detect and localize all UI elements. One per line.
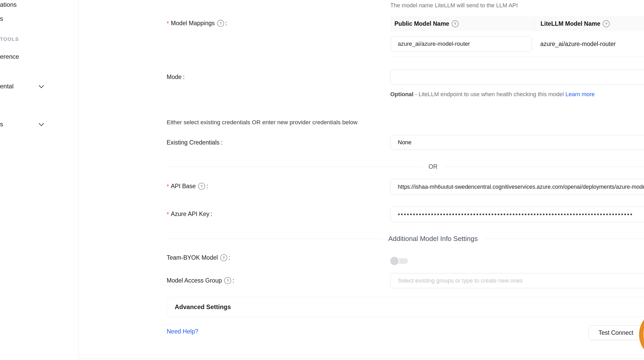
api-base-label: * API Base ? :	[167, 183, 208, 190]
chevron-down-icon[interactable]	[39, 83, 44, 88]
label-text: API Base	[171, 183, 196, 190]
label-colon: :	[232, 277, 234, 284]
label-text: Existing Credentials	[167, 139, 219, 146]
existing-credentials-label: Existing Credentials :	[167, 139, 223, 146]
label-colon: :	[221, 139, 222, 146]
mode-help-body: - LiteLLM endpoint to use when health ch…	[413, 91, 565, 97]
label-text: Model Mappings	[171, 20, 215, 27]
toggle-knob	[390, 257, 399, 265]
advanced-settings-title: Advanced Settings	[175, 303, 231, 311]
or-divider-text: OR	[423, 163, 443, 170]
label-text: Model Access Group	[167, 277, 222, 284]
sidebar-item[interactable]: s	[0, 121, 3, 128]
optional-tag: Optional	[390, 91, 413, 97]
or-divider: OR	[167, 163, 644, 170]
sidebar-item[interactable]: ental	[0, 83, 14, 90]
learn-more-link[interactable]: Learn more	[565, 91, 595, 97]
api-base-input[interactable]: https://ishaa-mh6uutut-swedencentral.cog…	[390, 179, 644, 195]
team-byok-label: Team-BYOK Model ? :	[167, 254, 230, 261]
additional-info-divider: Additional Model Info Settings	[167, 234, 644, 243]
sidebar-item[interactable]: ations	[0, 1, 17, 8]
api-base-value: https://ishaa-mh6uutut-swedencentral.cog…	[398, 184, 644, 190]
litellm-model-name-value: azure_ai/azure-model-router	[540, 41, 616, 48]
sidebar-item[interactable]: erence	[0, 53, 19, 60]
team-byok-toggle[interactable]	[390, 257, 408, 265]
existing-credentials-value: None	[398, 139, 412, 146]
chevron-down-icon[interactable]	[39, 121, 44, 126]
label-colon: :	[229, 254, 230, 261]
required-asterisk: *	[167, 211, 169, 218]
required-asterisk: *	[167, 20, 169, 27]
mode-select[interactable]	[390, 70, 644, 85]
model-access-group-label: Model Access Group ? :	[167, 277, 234, 284]
table-row: azure_ai/azure-model-router azure_ai/azu…	[390, 31, 644, 57]
additional-info-divider-text: Additional Model Info Settings	[383, 235, 484, 243]
mode-label: Mode :	[167, 74, 185, 81]
model-mappings-label: * Model Mappings ? :	[167, 20, 227, 27]
required-asterisk: *	[167, 183, 169, 190]
credentials-note: Either select existing credentials OR en…	[167, 119, 357, 126]
help-circle-icon[interactable]: ?	[224, 277, 231, 284]
azure-api-key-label: * Azure API Key :	[167, 211, 212, 218]
table-header-row: Public Model Name ? LiteLLM Model Name ?	[390, 16, 644, 31]
label-colon: :	[206, 183, 208, 190]
mode-help-text: Optional - LiteLLM endpoint to use when …	[390, 89, 598, 99]
add-model-form: The model name LiteLLM will send to the …	[79, 0, 644, 360]
label-text: Team-BYOK Model	[167, 254, 218, 261]
modal-footer-divider	[79, 358, 644, 358]
label-text: Azure API Key	[171, 211, 209, 218]
sidebar: ations s TOOLS erence ental s	[0, 0, 79, 360]
sidebar-item[interactable]: s	[0, 15, 3, 22]
model-mappings-table: Public Model Name ? LiteLLM Model Name ?…	[390, 16, 644, 57]
label-colon: :	[183, 74, 185, 81]
litellm-model-name-header: LiteLLM Model Name	[541, 20, 600, 27]
label-text: Mode	[167, 74, 182, 81]
label-colon: :	[225, 20, 227, 27]
test-connect-button[interactable]: Test Connect	[588, 325, 643, 340]
model-access-group-placeholder: Select existing groups or type to create…	[398, 277, 523, 284]
help-circle-icon[interactable]: ?	[220, 254, 227, 261]
help-circle-icon[interactable]: ?	[603, 20, 610, 27]
existing-credentials-select[interactable]: None	[390, 135, 644, 150]
help-circle-icon[interactable]: ?	[217, 20, 224, 27]
sidebar-section-label: TOOLS	[0, 36, 19, 42]
advanced-settings-panel[interactable]: Advanced Settings	[167, 297, 644, 317]
azure-api-key-input[interactable]: ••••••••••••••••••••••••••••••••••••••••…	[390, 207, 644, 222]
model-access-group-select[interactable]: Select existing groups or type to create…	[390, 273, 644, 288]
public-model-name-header: Public Model Name	[394, 20, 449, 27]
label-colon: :	[211, 211, 212, 218]
litellm-model-name-helper: The model name LiteLLM will send to the …	[390, 2, 518, 9]
public-model-name-input[interactable]: azure_ai/azure-model-router	[391, 36, 532, 52]
help-circle-icon[interactable]: ?	[452, 20, 459, 27]
need-help-link[interactable]: Need Help?	[167, 328, 198, 335]
masked-api-key: ••••••••••••••••••••••••••••••••••••••••…	[398, 211, 644, 218]
help-circle-icon[interactable]: ?	[198, 183, 205, 190]
